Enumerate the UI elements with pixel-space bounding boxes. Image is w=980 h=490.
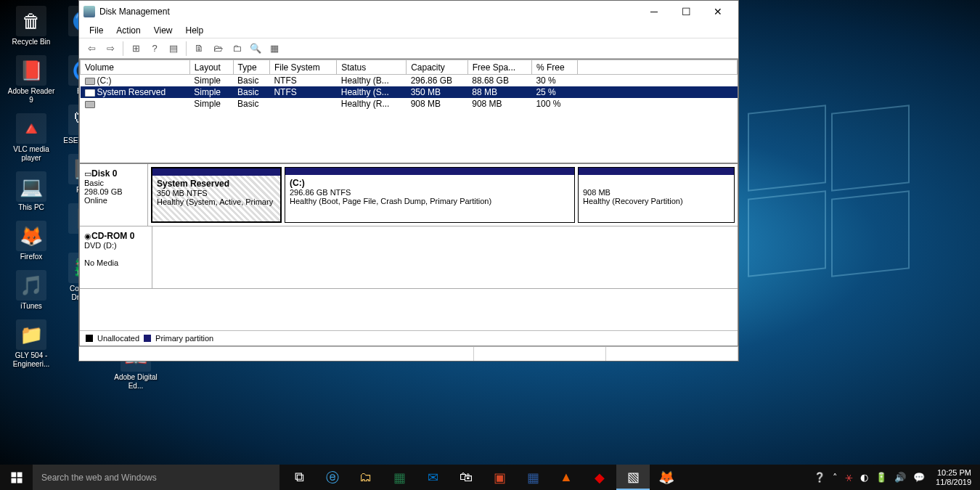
disk-name: Disk 0 — [91, 168, 117, 179]
col-header[interactable]: Type — [233, 60, 269, 75]
legend-unallocated: Unallocated — [97, 334, 139, 343]
disk-0-row[interactable]: ▭Disk 0 Basic 298.09 GB Online System Re… — [80, 164, 738, 226]
desktop-icon-adobe-reader-9[interactable]: 📕Adobe Reader 9 — [6, 55, 57, 105]
drive-icon — [85, 89, 95, 97]
legend-swatch-unallocated — [86, 335, 93, 342]
maximize-button[interactable]: ☐ — [670, 1, 702, 22]
volume-row[interactable]: System ReservedSimpleBasicNTFSHealthy (S… — [81, 86, 738, 98]
desktop-icon-firefox[interactable]: 🦊Firefox — [6, 221, 57, 261]
search-box[interactable]: Search the web and Windows — [33, 465, 279, 490]
menubar: FileActionViewHelp — [79, 23, 738, 38]
detach-vhd-icon[interactable]: 🔍 — [248, 41, 264, 57]
disk-management-taskbar-icon[interactable]: ▧ — [616, 465, 650, 490]
help-icon[interactable]: ? — [147, 41, 163, 57]
col-header[interactable]: Free Spa... — [467, 60, 531, 75]
refresh-icon[interactable]: 🗎 — [191, 41, 207, 57]
menu-help[interactable]: Help — [180, 24, 210, 37]
partition[interactable]: 908 MBHealthy (Recovery Partition) — [578, 167, 735, 223]
clock[interactable]: 10:25 PM 11/8/2019 — [930, 468, 977, 487]
vlc-icon[interactable]: ▲ — [550, 465, 583, 490]
menu-action[interactable]: Action — [110, 24, 146, 37]
outlook-icon[interactable]: ✉ — [416, 465, 449, 490]
partition-status: Healthy (Recovery Partition) — [583, 197, 683, 205]
desktop-icon-gly-504-engineeri-[interactable]: 📁GLY 504 - Engineeri... — [6, 319, 57, 369]
help-tray-icon[interactable]: ❔ — [812, 472, 828, 483]
partition-sub: 296.86 GB NTFS — [290, 188, 351, 197]
col-header[interactable]: Capacity — [407, 60, 468, 75]
firefox-icon[interactable]: 🦊 — [650, 465, 683, 490]
adobe-reader-icon[interactable]: ◆ — [583, 465, 616, 490]
nav-back-icon[interactable]: ⇦ — [83, 41, 99, 57]
cdrom-status: No Media — [84, 258, 118, 267]
nav-forward-icon[interactable]: ⇨ — [102, 41, 118, 57]
search-placeholder: Search the web and Windows — [41, 473, 157, 483]
legend-swatch-primary — [144, 335, 151, 342]
cdrom-0-row[interactable]: ◉CD-ROM 0 DVD (D:) No Media — [80, 226, 738, 289]
wifi-icon[interactable]: ⚹ — [843, 472, 855, 483]
show-hidden-icons[interactable]: ˄ — [830, 472, 840, 483]
desktop-icon-this-pc[interactable]: 💻This PC — [6, 171, 57, 212]
disk-type: Basic — [84, 179, 104, 187]
excel-icon[interactable]: ▦ — [383, 465, 416, 490]
col-header[interactable]: % Free — [531, 60, 577, 75]
edge-icon[interactable]: ⓔ — [316, 465, 349, 490]
volume-row[interactable]: (C:)SimpleBasicNTFSHealthy (B...296.86 G… — [81, 75, 738, 87]
rescan-icon[interactable]: 🗁 — [210, 41, 226, 57]
app-icon: 🔺 — [16, 113, 46, 144]
task-view-button[interactable]: ⧉ — [282, 465, 316, 490]
icon-label: VLC media player — [6, 145, 57, 163]
menu-file[interactable]: File — [83, 24, 109, 37]
powerpoint-icon[interactable]: ▣ — [483, 465, 516, 490]
partition-status: Healthy (Boot, Page File, Crash Dump, Pr… — [290, 197, 491, 205]
icon-label: Adobe Reader 9 — [6, 87, 57, 105]
attach-vhd-icon[interactable]: 🗀 — [229, 41, 245, 57]
volume-icon[interactable]: 🔊 — [892, 472, 908, 483]
partition[interactable]: System Reserved350 MB NTFSHealthy (Syste… — [151, 167, 282, 223]
word-icon[interactable]: ▦ — [516, 465, 550, 490]
windows-logo — [748, 109, 915, 276]
volume-list[interactable]: VolumeLayoutTypeFile SystemStatusCapacit… — [79, 59, 738, 163]
close-button[interactable]: ✕ — [702, 1, 734, 22]
disc-icon: ◉ — [84, 232, 91, 240]
partition-sub: 908 MB — [583, 188, 611, 197]
drive-icon — [85, 78, 95, 85]
disk-size: 298.09 GB — [84, 187, 123, 196]
settings-icon[interactable]: ▦ — [266, 41, 282, 57]
partition-header — [579, 168, 734, 175]
partition[interactable]: (C:)296.86 GB NTFSHealthy (Boot, Page Fi… — [285, 167, 575, 223]
svg-rect-1 — [17, 472, 22, 477]
app-icon: 🎵 — [16, 270, 46, 301]
col-header[interactable]: Status — [337, 60, 407, 75]
col-header[interactable]: Volume — [81, 60, 190, 75]
show-hide-console-icon[interactable]: ⊞ — [128, 41, 144, 57]
cdrom-sub: DVD (D:) — [84, 241, 117, 250]
desktop-icon-recycle-bin[interactable]: 🗑Recycle Bin — [6, 6, 57, 46]
disk-status: Online — [84, 196, 107, 205]
app-tray-icon[interactable]: ◐ — [858, 472, 870, 483]
legend-primary: Primary partition — [155, 334, 213, 343]
titlebar[interactable]: Disk Management ─ ☐ ✕ — [79, 1, 738, 23]
col-header[interactable] — [578, 60, 738, 75]
disk-management-window: Disk Management ─ ☐ ✕ FileActionViewHelp… — [78, 0, 739, 362]
partition-header — [285, 168, 574, 175]
icon-label: GLY 504 - Engineeri... — [6, 351, 57, 369]
desktop-icon-vlc-media-player[interactable]: 🔺VLC media player — [6, 113, 57, 163]
app-icon: 🦊 — [16, 221, 46, 251]
taskbar: Search the web and Windows ⧉ ⓔ 🗂 ▦ ✉ 🛍 ▣… — [0, 465, 980, 490]
volume-row[interactable]: SimpleBasicHealthy (R...908 MB908 MB100 … — [81, 98, 738, 110]
properties-icon[interactable]: ▤ — [166, 41, 181, 57]
minimize-button[interactable]: ─ — [638, 1, 670, 22]
action-center-icon[interactable]: 💬 — [911, 472, 927, 483]
app-icon: 🗑 — [16, 6, 46, 36]
graphical-view: ▭Disk 0 Basic 298.09 GB Online System Re… — [79, 163, 738, 346]
menu-view[interactable]: View — [148, 24, 179, 37]
col-header[interactable]: File System — [269, 60, 336, 75]
store-icon[interactable]: 🛍 — [449, 465, 483, 490]
partition-title: System Reserved — [157, 179, 229, 189]
desktop-icon-itunes[interactable]: 🎵iTunes — [6, 270, 57, 311]
cdrom-name: CD-ROM 0 — [91, 231, 134, 241]
file-explorer-icon[interactable]: 🗂 — [349, 465, 383, 490]
start-button[interactable] — [0, 465, 33, 490]
col-header[interactable]: Layout — [189, 60, 233, 75]
battery-icon[interactable]: 🔋 — [873, 472, 889, 483]
